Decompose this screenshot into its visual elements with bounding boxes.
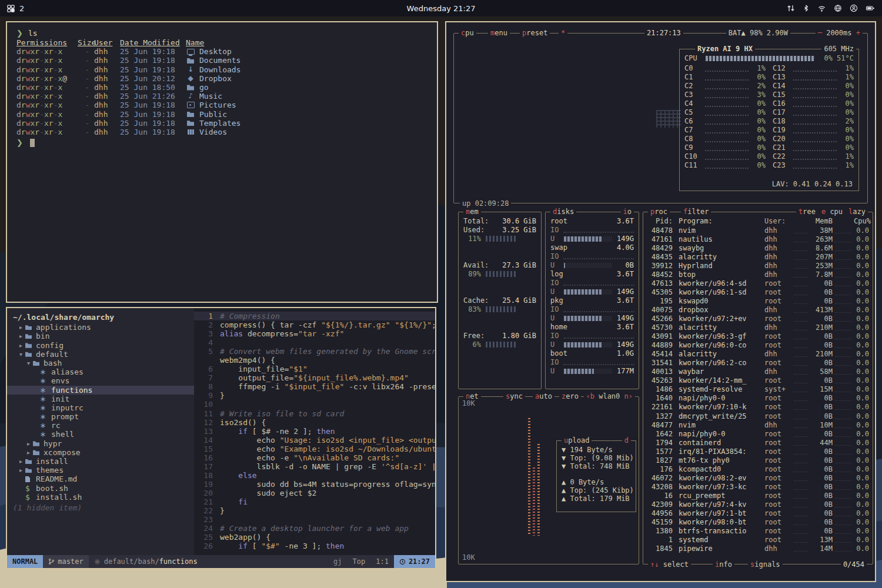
process-row[interactable]: 1642 napi/phy0-0 root 0B 0.0	[647, 429, 869, 438]
code-line[interactable]: 24 # Create a desktop launcher for a web…	[194, 524, 435, 533]
process-row[interactable]: 47161 nautilus dhh 263M 0.0	[647, 235, 869, 243]
signals-button[interactable]: signals	[748, 560, 783, 569]
code-line[interactable]: 4	[194, 338, 435, 347]
tree-item[interactable]: shell	[7, 430, 194, 439]
code-line[interactable]: 11 # Write iso file to sd card	[194, 409, 435, 418]
process-row[interactable]: 48477 nvim dhh 10M 0.0	[647, 420, 869, 429]
code-line[interactable]: 6 input_file="$1"	[194, 365, 435, 373]
code-line[interactable]: 19 sudo dd bs=4M status=progress oflag=s…	[194, 480, 435, 489]
process-row[interactable]: 45730 alacritty dhh 210M 0.0	[647, 323, 869, 332]
info-button[interactable]: info	[713, 560, 734, 569]
transfer-icon[interactable]	[787, 4, 795, 12]
code-line[interactable]: 16 echo -e "\nAvailable SD cards:"	[194, 453, 435, 462]
process-row[interactable]: 48452 btop dhh 7.8M 0.0	[647, 270, 869, 279]
wifi-icon[interactable]	[817, 4, 826, 12]
ls-row[interactable]: drwxr-xr-x - dhh 25 Jun 19:18 Public	[16, 110, 427, 119]
net-auto-button[interactable]: auto	[533, 392, 554, 400]
code-line[interactable]: 15 echo "Example: iso2sd ~/Downloads/ubu…	[194, 445, 435, 453]
code-line[interactable]: 17 lsblk -d -o NAME | grep -E '^sd[a-z]'…	[194, 462, 435, 471]
process-row[interactable]: 48435 alacritty dhh 207M 0.0	[647, 252, 869, 261]
tree-item[interactable]: README.md	[7, 475, 194, 483]
tree-item[interactable]: functions	[7, 386, 194, 395]
code-line[interactable]: 12 iso2sd() {	[194, 418, 435, 427]
process-row[interactable]: 44889 kworker/u96:0-co root 0B 0.0	[647, 341, 869, 350]
io-title[interactable]: io	[621, 208, 634, 216]
filter-button[interactable]: filter	[681, 208, 711, 216]
tree-item[interactable]: applications	[7, 323, 194, 332]
tree-item[interactable]: install.sh	[7, 493, 194, 502]
user-icon[interactable]	[850, 4, 858, 12]
code-line[interactable]: 9 }	[194, 391, 435, 400]
battery-icon[interactable]	[866, 4, 875, 12]
ls-row[interactable]: drwxr-xr-x - dhh 25 Jun 19:18 Pictures	[16, 101, 427, 109]
process-row[interactable]: 1577 irq/81-PIXA3854: root 0B 0.0	[647, 447, 869, 456]
process-row[interactable]: 16 rcu_preempt root 0B 0.0	[647, 491, 869, 500]
code-editor[interactable]: 1 # Compression 2 compress() { tar -czf …	[194, 308, 435, 555]
disks-title[interactable]: disks	[550, 208, 576, 216]
code-line[interactable]: 13 if [ $# -ne 2 ]; then	[194, 427, 435, 436]
ls-row[interactable]: drwxr-xr-x - dhh 25 Jun 19:18 Downloads	[16, 65, 427, 74]
process-row[interactable]: 45263 kworker/14:2-mm_ root 0B 0.0	[647, 376, 869, 385]
code-line[interactable]: 22 }	[194, 506, 435, 515]
process-row[interactable]: 40013 waybar dhh 58M 0.0	[647, 368, 869, 376]
network-icon[interactable]	[834, 4, 842, 12]
tree-item[interactable]: prompt	[7, 412, 194, 421]
process-row[interactable]: 195 kswapd0 root 0B 0.0	[647, 296, 869, 305]
process-row[interactable]: 22161 kworker/u97:10-k root 0B 0.0	[647, 403, 869, 412]
tab-preset[interactable]: preset	[520, 29, 550, 37]
code-line[interactable]: 5 # Convert webm files generated by the …	[194, 347, 435, 356]
code-line[interactable]: 10	[194, 400, 435, 409]
process-row[interactable]: 1486 systemd-resolve syst+ 15M 0.0	[647, 385, 869, 394]
code-line[interactable]: 20 sudo eject $2	[194, 489, 435, 497]
process-row[interactable]: 42309 kworker/u97:4-kv root 0B 0.0	[647, 500, 869, 509]
process-row[interactable]: 47613 kworker/u96:4-sd root 0B 0.0	[647, 279, 869, 288]
code-line[interactable]: 26 if [ "$#" -ne 3 ]; then	[194, 542, 435, 550]
code-line[interactable]: 18 else	[194, 471, 435, 480]
process-row[interactable]: 1640 napi/phy0-0 root 0B 0.0	[647, 394, 869, 403]
process-row[interactable]: 44956 kworker/u97:1-bt root 0B 0.0	[647, 509, 869, 518]
code-line[interactable]: 3 alias decompress="tar -xzf"	[194, 329, 435, 338]
process-row[interactable]: 43208 kworker/u97:3-kc root 0B 0.0	[647, 482, 869, 491]
proc-title[interactable]: proc	[648, 208, 670, 216]
net-box-toggle[interactable]: d	[622, 436, 631, 445]
process-row[interactable]: 48478 nvim dhh 38M 0.0	[647, 226, 869, 235]
btop-window[interactable]: cpu menu preset * 21:27:13 BAT▲ 98% 2.90…	[445, 21, 876, 582]
select-button[interactable]: ↑↓ select	[648, 560, 691, 569]
process-row[interactable]: 1827 mt76-tx phy0 root 0B 0.0	[647, 456, 869, 465]
terminal-window[interactable]: ❯ ls Permissions Size User Date Modified…	[6, 21, 438, 303]
tab-menu[interactable]: menu	[488, 29, 510, 37]
tree-item[interactable]: xcompose	[7, 448, 194, 457]
tree-item[interactable]: themes	[7, 466, 194, 475]
mem-title[interactable]: mem	[463, 208, 481, 216]
tab-cpu[interactable]: cpu	[459, 29, 476, 37]
tree-item[interactable]: init	[7, 395, 194, 403]
process-row[interactable]: 45305 kworker/u96:1-sd root 0B 0.0	[647, 288, 869, 296]
process-row[interactable]: 31541 kworker/u96:2-co root 0B 0.0	[647, 359, 869, 368]
process-row[interactable]: 45159 kworker/u98:0-bt root 0B 0.0	[647, 518, 869, 527]
process-row[interactable]: 40075 dropbox dhh 413M 0.0	[647, 305, 869, 314]
ls-row[interactable]: drwxr-xr-x - dhh 25 Jun 19:18 Videos	[16, 128, 427, 136]
code-line[interactable]: 8 ffmpeg -i "$input_file" -c:v libx264 -…	[194, 382, 435, 391]
net-zero-button[interactable]: zero	[559, 392, 581, 400]
process-row[interactable]: 1 systemd root 13M 0.0	[647, 536, 869, 544]
process-row[interactable]: 45414 alacritty dhh 210M 0.0	[647, 350, 869, 359]
code-line[interactable]: 21 fi	[194, 497, 435, 506]
process-row[interactable]: 176 kcompactd0 root 0B 0.0	[647, 465, 869, 473]
code-line[interactable]: 7 output_file="${input_file%.webm}.mp4"	[194, 373, 435, 382]
update-interval[interactable]: ─ 2000ms +	[816, 29, 863, 37]
bluetooth-icon[interactable]	[803, 4, 810, 12]
code-line[interactable]: 2 compress() { tar -czf "${1%/}.tar.gz" …	[194, 320, 435, 329]
ls-row[interactable]: drwxr-xr-x - dhh 25 Jun 19:18 Documents	[16, 56, 427, 65]
process-row[interactable]: 39912 Hyprland dhh 253M 0.0	[647, 261, 869, 270]
neovim-window[interactable]: ~/.local/share/omarchy applications bin	[6, 307, 436, 569]
ls-row[interactable]: drwxr-xr-x - dhh 25 Jun 19:18 Templates	[16, 119, 427, 128]
proc-options[interactable]: treee cpulazy	[796, 208, 868, 216]
process-row[interactable]: 43091 kworker/u96:3-gf root 0B 0.0	[647, 332, 869, 341]
net-title[interactable]: net	[463, 392, 481, 400]
tree-item[interactable]: install	[7, 457, 194, 466]
tree-item[interactable]: boot.sh	[7, 484, 194, 493]
code-line[interactable]: 23	[194, 515, 435, 524]
tree-item[interactable]: inputrc	[7, 403, 194, 412]
ls-row[interactable]: drwxr-xr-x@ - dhh 25 Jun 20:12 Dropbox	[16, 74, 427, 83]
tree-item[interactable]: default	[7, 350, 194, 359]
